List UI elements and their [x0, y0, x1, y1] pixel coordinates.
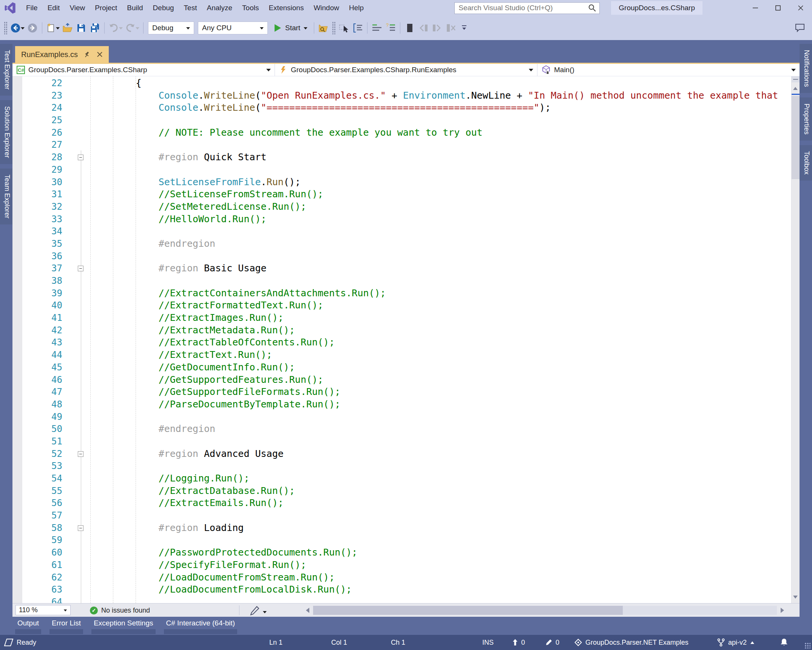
fold-collapse-toggle[interactable] — [78, 451, 83, 457]
menu-item-analyze[interactable]: Analyze — [202, 0, 237, 16]
line-number[interactable]: 47 — [22, 386, 71, 398]
code-line[interactable]: 25 — [12, 114, 791, 127]
file-tab-runexamples[interactable]: RunExamples.cs — [15, 46, 109, 63]
background-tasks-indicator[interactable]: Ready — [4, 635, 36, 650]
line-number[interactable]: 27 — [22, 139, 71, 151]
breakpoint-gutter-cell[interactable] — [12, 164, 22, 176]
scroll-up-arrow-icon[interactable] — [793, 85, 798, 90]
breakpoint-gutter-cell[interactable] — [12, 102, 22, 114]
breakpoint-gutter-cell[interactable] — [12, 201, 22, 213]
line-number[interactable]: 46 — [22, 374, 71, 386]
vertical-scroll-thumb[interactable] — [792, 96, 800, 179]
breakpoint-gutter-cell[interactable] — [12, 386, 22, 398]
breakpoint-gutter-cell[interactable] — [12, 448, 22, 460]
panel-tab-c-interactive-64-bit-[interactable]: C# Interactive (64-bit) — [164, 619, 238, 634]
code-line[interactable]: 53 — [12, 460, 791, 472]
code-line[interactable]: 56 //ExtractEmails.Run(); — [12, 497, 791, 509]
code-line[interactable]: 39 //ExtractContainersAndAttachments.Run… — [12, 287, 791, 300]
menu-item-project[interactable]: Project — [90, 0, 122, 16]
breakpoint-gutter-cell[interactable] — [12, 472, 22, 485]
editor-splitter-handle[interactable] — [792, 76, 800, 82]
scroll-right-arrow-icon[interactable] — [781, 608, 787, 613]
line-number[interactable]: 51 — [22, 435, 71, 448]
code-line[interactable]: 34 — [12, 225, 791, 238]
project-dropdown[interactable]: C# GroupDocs.Parser.Examples.CSharp — [12, 64, 275, 76]
code-text[interactable] — [90, 596, 791, 603]
toolbar-overflow-button[interactable] — [457, 20, 471, 36]
breakpoint-gutter-cell[interactable] — [12, 324, 22, 337]
line-number[interactable]: 24 — [22, 102, 71, 114]
unpublished-edits-indicator[interactable]: 0 — [545, 635, 559, 650]
code-line[interactable]: 55 //ExtractDatabase.Run(); — [12, 485, 791, 497]
code-line[interactable]: 49 — [12, 411, 791, 423]
code-text[interactable] — [90, 435, 791, 448]
code-line[interactable]: 30 SetLicenseFromFile.Run(); — [12, 176, 791, 189]
breakpoint-gutter-cell[interactable] — [12, 411, 22, 423]
line-number[interactable]: 64 — [22, 596, 71, 603]
line-number[interactable]: 44 — [22, 349, 71, 361]
vertical-scrollbar[interactable] — [791, 76, 800, 603]
type-dropdown[interactable]: GroupDocs.Parser.Examples.CSharp.RunExam… — [275, 64, 537, 76]
code-line[interactable]: 36 — [12, 250, 791, 263]
line-number[interactable]: 41 — [22, 312, 71, 324]
code-text[interactable]: //LoadDocumentFromStream.Run(); — [90, 571, 791, 584]
breakpoint-gutter-cell[interactable] — [12, 188, 22, 201]
breakpoint-gutter-cell[interactable] — [12, 225, 22, 238]
code-line[interactable]: 43 //ExtractTableOfContents.Run(); — [12, 336, 791, 349]
code-line[interactable]: 38 — [12, 275, 791, 287]
code-text[interactable]: //ExtractEmails.Run(); — [90, 497, 791, 509]
back-history-caret-icon[interactable] — [21, 27, 25, 31]
line-number[interactable]: 42 — [22, 324, 71, 337]
code-text[interactable]: //Logging.Run(); — [90, 472, 791, 485]
breakpoint-gutter-cell[interactable] — [12, 571, 22, 584]
code-text[interactable]: #endregion — [90, 423, 791, 435]
find-in-files-button[interactable] — [317, 20, 330, 36]
member-dropdown[interactable]: Main() — [537, 64, 800, 76]
code-text[interactable]: Console.WriteLine("Open RunExamples.cs."… — [90, 90, 791, 102]
scroll-down-arrow-icon[interactable] — [793, 596, 798, 601]
redo-button[interactable] — [124, 20, 140, 36]
line-number[interactable]: 26 — [22, 127, 71, 139]
tool-window-tab-solution-explorer[interactable]: Solution Explorer — [0, 100, 12, 164]
undo-button[interactable] — [107, 20, 124, 36]
start-debugging-button[interactable]: Start — [270, 20, 311, 36]
pending-push-indicator[interactable]: 0 — [512, 635, 525, 650]
line-number[interactable]: 49 — [22, 411, 71, 423]
decrease-indent-button[interactable] — [370, 20, 384, 36]
toolbar-drag-grip[interactable] — [4, 22, 8, 34]
minimize-button[interactable] — [744, 0, 767, 16]
breakpoint-gutter-cell[interactable] — [12, 435, 22, 448]
line-number[interactable]: 45 — [22, 361, 71, 374]
code-line[interactable]: 50 #endregion — [12, 423, 791, 435]
line-number[interactable]: 58 — [22, 522, 71, 534]
code-editor[interactable]: 22 {23 Console.WriteLine("Open RunExampl… — [12, 76, 791, 603]
resize-grip[interactable] — [804, 642, 810, 648]
code-line[interactable]: 46 //GetSupportedFeatures.Run(); — [12, 374, 791, 386]
code-line[interactable]: 37 #region Basic Usage — [12, 262, 791, 275]
line-number[interactable]: 22 — [22, 77, 71, 90]
code-text[interactable]: //GetSupportedFileFormats.Run(); — [90, 386, 791, 398]
breakpoint-gutter-cell[interactable] — [12, 509, 22, 522]
code-cleanup-icon[interactable] — [249, 606, 260, 616]
code-text[interactable]: #endregion — [90, 238, 791, 250]
code-text[interactable]: #region Loading — [90, 522, 791, 534]
tool-window-tab-notifications[interactable]: Notifications — [800, 44, 812, 93]
code-line[interactable]: 27 — [12, 139, 791, 151]
breakpoint-gutter-cell[interactable] — [12, 238, 22, 250]
line-number[interactable]: 54 — [22, 472, 71, 485]
code-text[interactable]: //ParseDocumentByTemplate.Run(); — [90, 398, 791, 411]
breakpoint-gutter-cell[interactable] — [12, 398, 22, 411]
line-number[interactable]: 33 — [22, 213, 71, 226]
code-text[interactable] — [90, 460, 791, 472]
line-number[interactable]: 62 — [22, 571, 71, 584]
code-line[interactable]: 51 — [12, 435, 791, 448]
breakpoint-gutter-cell[interactable] — [12, 460, 22, 472]
horizontal-scrollbar[interactable] — [313, 606, 777, 615]
code-line[interactable]: 57 — [12, 509, 791, 522]
code-line[interactable]: 62 //LoadDocumentFromStream.Run(); — [12, 571, 791, 584]
close-tab-button[interactable] — [97, 51, 103, 57]
code-text[interactable]: //PasswordProtectedDocuments.Run(); — [90, 546, 791, 559]
new-file-caret-icon[interactable] — [56, 27, 60, 31]
code-text[interactable]: //SetLicenseFromStream.Run(); — [90, 188, 791, 201]
menu-item-view[interactable]: View — [65, 0, 90, 16]
